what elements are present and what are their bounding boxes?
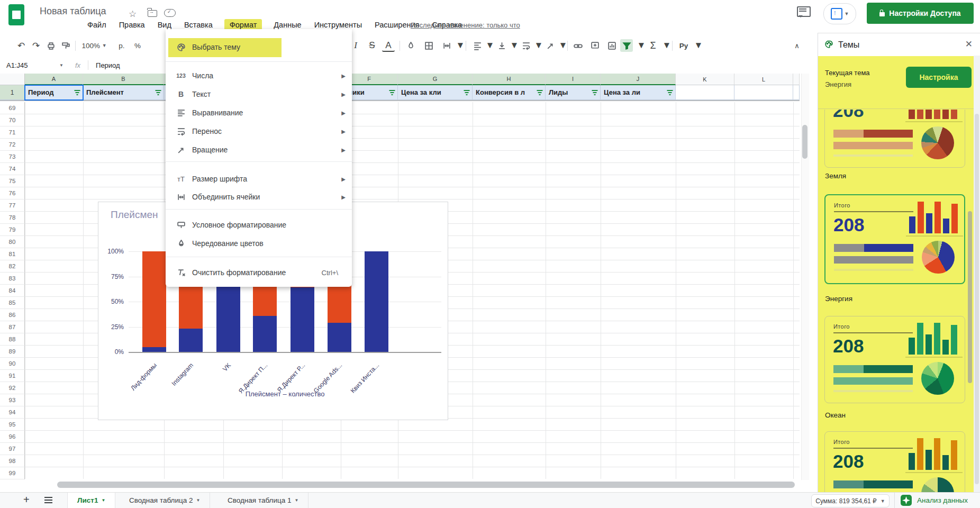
row-header-87[interactable]: 87 — [0, 321, 25, 333]
menu-item-6[interactable]: Вращение▶ — [166, 141, 352, 159]
column-header-H[interactable]: H — [473, 74, 546, 85]
filter-caret-icon[interactable]: ▼ — [635, 39, 648, 52]
explore-button[interactable]: Анализ данных — [901, 495, 968, 506]
bar-segment-top[interactable] — [142, 251, 166, 347]
horizontal-scrollbar-thumb[interactable] — [57, 482, 795, 488]
row-header-89[interactable]: 89 — [0, 346, 25, 358]
row-header-97[interactable]: 97 — [0, 443, 25, 455]
row-header-81[interactable]: 81 — [0, 248, 25, 260]
row-header-85[interactable]: 85 — [0, 297, 25, 309]
access-settings-button[interactable]: Настройки Доступа — [867, 3, 974, 24]
menu-item-7[interactable]: тTРазмер шрифта▶ — [166, 170, 352, 188]
column-header-J[interactable]: J — [601, 74, 676, 85]
filter-header-I[interactable]: Лиды — [546, 85, 601, 100]
row-header-88[interactable]: 88 — [0, 333, 25, 346]
row-header-72[interactable]: 72 — [0, 139, 25, 151]
row-header-95[interactable]: 95 — [0, 419, 25, 431]
vertical-align-icon[interactable] — [495, 39, 508, 52]
row-header-73[interactable]: 73 — [0, 151, 25, 163]
row-header-98[interactable]: 98 — [0, 455, 25, 467]
sheet-tab-list1[interactable]: Лист1▼ — [67, 493, 115, 508]
sum-indicator[interactable]: Сумма: 819 354,61 ₽▼ — [811, 494, 890, 507]
row-header-86[interactable]: 86 — [0, 309, 25, 321]
menu-item-10[interactable]: Чередование цветов — [166, 234, 352, 252]
select-all-corner[interactable] — [0, 74, 25, 85]
paint-format-icon[interactable] — [59, 39, 72, 52]
text-rotate-icon[interactable] — [544, 39, 557, 52]
row-header-70[interactable]: 70 — [0, 114, 25, 126]
row-header-83[interactable]: 83 — [0, 273, 25, 285]
filter-header-G[interactable]: Цена за кли — [398, 85, 473, 100]
redo-icon[interactable]: ↷ — [30, 39, 42, 52]
row-header-75[interactable]: 75 — [0, 175, 25, 187]
name-box[interactable]: A1:J45 — [0, 61, 52, 69]
row-header-80[interactable]: 80 — [0, 236, 25, 248]
name-box-caret-icon[interactable]: ▼ — [59, 63, 63, 68]
menu-item-9[interactable]: Условное форматирование — [166, 216, 352, 234]
row-header-91[interactable]: 91 — [0, 370, 25, 382]
row-header-94[interactable]: 94 — [0, 406, 25, 419]
column-header-A[interactable]: A — [25, 74, 83, 85]
input-tools-caret-icon[interactable]: ▼ — [692, 39, 705, 52]
percent-format-icon[interactable]: % — [131, 39, 144, 52]
row-header-82[interactable]: 82 — [0, 260, 25, 273]
filter-header-B[interactable]: Плейсмент — [83, 85, 164, 100]
customize-theme-button[interactable]: Настройка — [906, 67, 972, 88]
text-wrap-icon[interactable] — [520, 39, 532, 52]
theme-card[interactable]: Итого208 — [824, 431, 965, 493]
window-scrollbar[interactable] — [974, 56, 980, 508]
comment-history-icon[interactable] — [797, 6, 811, 17]
move-folder-icon[interactable] — [148, 10, 157, 17]
bar-segment-bottom[interactable] — [328, 323, 351, 352]
window-scrollbar-thumb[interactable] — [975, 114, 979, 484]
column-header-K[interactable]: K — [676, 74, 734, 85]
menu-item-8[interactable]: Объединить ячейки▶ — [166, 188, 352, 206]
strikethrough-icon[interactable]: S — [366, 39, 378, 52]
all-sheets-icon[interactable] — [44, 497, 52, 503]
row-header-1[interactable]: 1 — [0, 85, 25, 100]
column-header-G[interactable]: G — [398, 74, 473, 85]
bar-segment-bottom[interactable] — [291, 287, 314, 352]
column-header-I[interactable]: I — [546, 74, 601, 85]
panel-scrollbar-thumb[interactable] — [968, 211, 972, 383]
row-header-71[interactable]: 71 — [0, 126, 25, 139]
row-header-76[interactable]: 76 — [0, 187, 25, 199]
document-title[interactable]: Новая таблица — [40, 6, 106, 17]
collapse-toolbar-icon[interactable]: ∧ — [791, 39, 803, 52]
bar-segment-bottom[interactable] — [365, 251, 388, 352]
print-icon[interactable] — [44, 39, 57, 52]
functions-icon[interactable]: Σ — [647, 39, 659, 52]
currency-format-icon[interactable]: р. — [115, 39, 128, 52]
row-header-77[interactable]: 77 — [0, 199, 25, 212]
borders-icon[interactable] — [422, 39, 435, 52]
filter-funnel-icon[interactable] — [155, 89, 161, 96]
row-header-96[interactable]: 96 — [0, 431, 25, 443]
bar-segment-bottom[interactable] — [216, 287, 240, 352]
functions-caret-icon[interactable]: ▼ — [660, 39, 673, 52]
row-header-90[interactable]: 90 — [0, 358, 25, 370]
row-header-84[interactable]: 84 — [0, 285, 25, 297]
theme-card-Энергия[interactable]: Итого208 — [824, 194, 965, 284]
column-header-B[interactable]: B — [83, 74, 164, 85]
filter-funnel-icon[interactable] — [389, 89, 395, 96]
zoom-select[interactable]: 100% ▼ — [80, 39, 108, 52]
filter-funnel-icon[interactable] — [537, 89, 543, 96]
horizontal-align-icon[interactable] — [471, 39, 484, 52]
close-icon[interactable]: ✕ — [965, 39, 973, 50]
valign-caret-icon[interactable]: ▼ — [508, 39, 521, 52]
filter-header-H[interactable]: Конверсия в л — [473, 85, 546, 100]
theme-card-Земля[interactable]: Итого208 — [824, 110, 965, 168]
wrap-caret-icon[interactable]: ▼ — [532, 39, 545, 52]
row-header-78[interactable]: 78 — [0, 212, 25, 224]
bar-segment-bottom[interactable] — [179, 329, 203, 352]
menu-Правка[interactable]: Правка — [118, 19, 146, 31]
add-sheet-icon[interactable]: + — [23, 494, 30, 506]
filter-funnel-icon[interactable] — [592, 89, 598, 96]
insert-chart-icon[interactable] — [605, 39, 618, 52]
row-header-74[interactable]: 74 — [0, 163, 25, 175]
insert-comment-icon[interactable] — [588, 39, 601, 52]
filter-funnel-icon[interactable] — [667, 89, 673, 96]
spreadsheet-grid[interactable]: ABCDEFGHIJKL 1 ПериодПлейсментКликиЦена … — [0, 74, 815, 492]
menu-item-4[interactable]: Выравнивание▶ — [166, 104, 352, 122]
cell-K1[interactable] — [676, 85, 734, 100]
